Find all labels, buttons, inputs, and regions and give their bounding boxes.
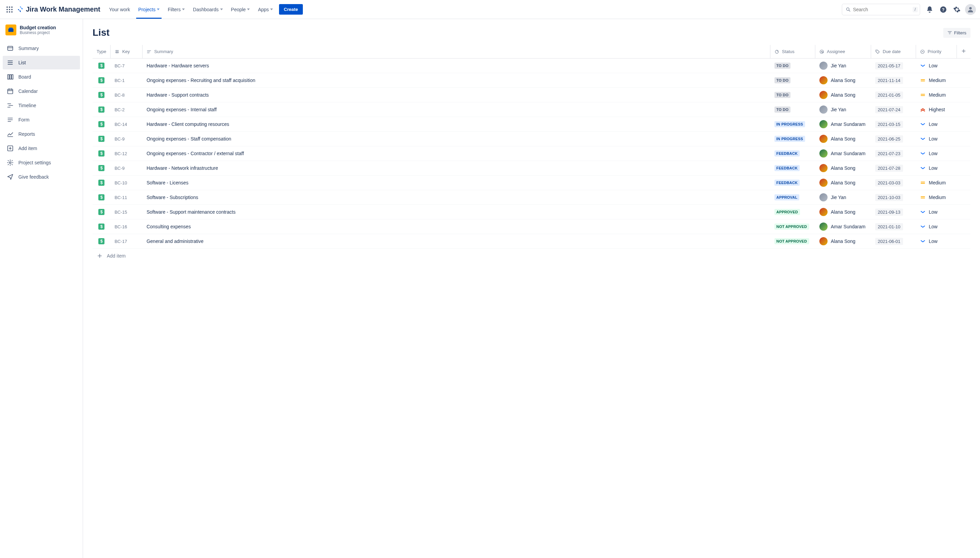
search-input[interactable] [853, 7, 913, 12]
table-row[interactable]: $BC-10Software - LicensesFEEDBACKAlana S… [92, 176, 970, 190]
issue-key[interactable]: BC-1 [111, 73, 143, 88]
profile-avatar[interactable] [965, 4, 976, 15]
sidebar-item-summary[interactable]: Summary [3, 41, 80, 55]
issue-summary[interactable]: Hardware - Hardware servers [143, 59, 770, 73]
assignee-cell[interactable]: Amar Sundaram [819, 120, 867, 128]
issue-key[interactable]: BC-12 [111, 146, 143, 161]
issue-summary[interactable]: Software - Subscriptions [143, 190, 770, 205]
priority-cell[interactable]: Low [920, 136, 953, 141]
assignee-cell[interactable]: Alana Song [819, 164, 867, 172]
issue-key[interactable]: BC-17 [111, 234, 143, 249]
filters-button[interactable]: Filters [943, 28, 970, 38]
assignee-cell[interactable]: Amar Sundaram [819, 149, 867, 158]
assignee-cell[interactable]: Amar Sundaram [819, 223, 867, 231]
status-lozenge[interactable]: TO DO [775, 77, 791, 84]
assignee-cell[interactable]: Alana Song [819, 76, 867, 84]
due-date[interactable]: 2021-03-03 [875, 179, 903, 187]
issue-key[interactable]: BC-10 [111, 176, 143, 190]
nav-item-people[interactable]: People [228, 0, 253, 19]
priority-cell[interactable]: Medium [920, 180, 953, 185]
due-date[interactable]: 2021-07-24 [875, 106, 903, 113]
priority-cell[interactable]: Low [920, 151, 953, 156]
table-row[interactable]: $BC-16Consulting expensesNOT APPROVEDAma… [92, 220, 970, 234]
assignee-cell[interactable]: Jie Yan [819, 62, 867, 70]
notifications-icon[interactable] [924, 4, 935, 15]
sidebar-item-timeline[interactable]: Timeline [3, 98, 80, 112]
nav-item-dashboards[interactable]: Dashboards [190, 0, 226, 19]
priority-cell[interactable]: Highest [920, 107, 953, 112]
due-date[interactable]: 2021-06-01 [875, 238, 903, 245]
issue-summary[interactable]: Hardware - Support contracts [143, 88, 770, 102]
issue-summary[interactable]: Software - Support maintenance contracts [143, 205, 770, 220]
sidebar-item-give-feedback[interactable]: Give feedback [3, 170, 80, 184]
table-row[interactable]: $BC-1Ongoing expenses - Recruiting and s… [92, 73, 970, 88]
priority-cell[interactable]: Medium [920, 77, 953, 83]
sidebar-item-calendar[interactable]: Calendar [3, 84, 80, 98]
status-lozenge[interactable]: FEEDBACK [775, 180, 800, 186]
status-lozenge[interactable]: TO DO [775, 92, 791, 98]
priority-cell[interactable]: Low [920, 224, 953, 229]
issue-summary[interactable]: Ongoing expenses - Recruiting and staff … [143, 73, 770, 88]
status-lozenge[interactable]: TO DO [775, 107, 791, 113]
status-lozenge[interactable]: FEEDBACK [775, 165, 800, 171]
table-row[interactable]: $BC-8Hardware - Support contractsTO DOAl… [92, 88, 970, 102]
col-priority[interactable]: Priority [916, 45, 957, 59]
assignee-cell[interactable]: Alana Song [819, 237, 867, 245]
nav-item-apps[interactable]: Apps [254, 0, 276, 19]
status-lozenge[interactable]: IN PROGRESS [775, 136, 806, 142]
issue-key[interactable]: BC-11 [111, 190, 143, 205]
assignee-cell[interactable]: Jie Yan [819, 193, 867, 202]
nav-item-filters[interactable]: Filters [164, 0, 188, 19]
table-row[interactable]: $BC-9Ongoing expenses - Staff compensati… [92, 132, 970, 146]
priority-cell[interactable]: Medium [920, 92, 953, 98]
priority-cell[interactable]: Low [920, 63, 953, 68]
due-date[interactable]: 2021-07-23 [875, 150, 903, 157]
priority-cell[interactable]: Medium [920, 195, 953, 200]
sidebar-item-form[interactable]: Form [3, 113, 80, 126]
table-row[interactable]: $BC-2Ongoing expenses - Internal staffTO… [92, 102, 970, 117]
table-row[interactable]: $BC-11Software - SubscriptionsAPPROVALJi… [92, 190, 970, 205]
assignee-cell[interactable]: Alana Song [819, 135, 867, 143]
issue-key[interactable]: BC-14 [111, 117, 143, 132]
issue-summary[interactable]: Ongoing expenses - Contractor / external… [143, 146, 770, 161]
status-lozenge[interactable]: APPROVAL [775, 194, 799, 200]
issue-key[interactable]: BC-9 [111, 161, 143, 176]
project-header[interactable]: Budget creation Business project [3, 25, 80, 41]
sidebar-item-add-item[interactable]: Add item [3, 141, 80, 155]
nav-item-projects[interactable]: Projects [135, 0, 163, 19]
due-date[interactable]: 2021-07-28 [875, 165, 903, 172]
priority-cell[interactable]: Low [920, 209, 953, 215]
search-box[interactable]: / [842, 4, 920, 15]
app-switcher-icon[interactable] [4, 4, 15, 15]
sidebar-item-list[interactable]: List [3, 56, 80, 69]
assignee-cell[interactable]: Alana Song [819, 208, 867, 216]
help-icon[interactable]: ? [938, 4, 949, 15]
issue-key[interactable]: BC-15 [111, 205, 143, 220]
col-assignee[interactable]: Assignee [815, 45, 871, 59]
issue-summary[interactable]: Ongoing expenses - Staff compensation [143, 132, 770, 146]
col-due-date[interactable]: Due date [871, 45, 916, 59]
table-row[interactable]: $BC-12Ongoing expenses - Contractor / ex… [92, 146, 970, 161]
issue-key[interactable]: BC-2 [111, 102, 143, 117]
add-column-button[interactable] [957, 45, 971, 59]
status-lozenge[interactable]: TO DO [775, 62, 791, 69]
due-date[interactable]: 2021-03-15 [875, 121, 903, 128]
col-key[interactable]: Key [111, 45, 143, 59]
due-date[interactable]: 2021-10-03 [875, 194, 903, 201]
col-summary[interactable]: Summary [143, 45, 770, 59]
col-status[interactable]: Status [770, 45, 815, 59]
product-logo[interactable]: Jira Work Management [16, 5, 100, 14]
issue-key[interactable]: BC-16 [111, 220, 143, 234]
due-date[interactable]: 2021-01-10 [875, 223, 903, 230]
status-lozenge[interactable]: APPROVED [775, 209, 800, 215]
issue-summary[interactable]: General and administrative [143, 234, 770, 249]
add-item-row[interactable]: Add item [92, 249, 970, 263]
nav-item-your-work[interactable]: Your work [106, 0, 134, 19]
assignee-cell[interactable]: Alana Song [819, 179, 867, 187]
due-date[interactable]: 2021-11-14 [875, 77, 903, 84]
table-row[interactable]: $BC-14Hardware - Client computing resour… [92, 117, 970, 132]
priority-cell[interactable]: Low [920, 238, 953, 244]
priority-cell[interactable]: Low [920, 121, 953, 127]
due-date[interactable]: 2021-01-05 [875, 92, 903, 98]
issue-key[interactable]: BC-7 [111, 59, 143, 73]
